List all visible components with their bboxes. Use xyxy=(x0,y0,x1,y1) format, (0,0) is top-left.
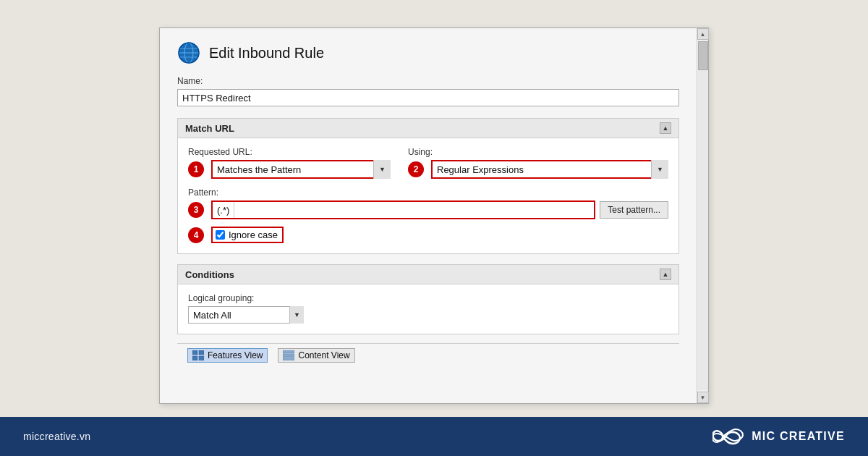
name-label: Name: xyxy=(177,76,679,86)
scrollbar-down-btn[interactable]: ▼ xyxy=(697,392,709,403)
features-view-icon xyxy=(192,350,204,360)
requested-url-label: Requested URL: xyxy=(188,147,391,157)
brand-logo: MIC CREATIVE xyxy=(712,426,845,447)
name-field-container: Name: xyxy=(177,76,679,106)
scrollbar-up-btn[interactable]: ▲ xyxy=(697,28,709,40)
using-label: Using: xyxy=(408,147,668,157)
scrollbar-thumb[interactable] xyxy=(698,41,708,70)
window-inner: Edit Inbound Rule Name: Match URL ▲ xyxy=(160,28,697,403)
svg-rect-10 xyxy=(283,350,294,353)
requested-url-select-wrapper: Matches the Pattern Does Not Match the P… xyxy=(211,160,391,179)
requested-url-select[interactable]: Matches the Pattern Does Not Match the P… xyxy=(211,160,391,179)
pattern-container: Pattern: 3 (.*) Test pattern... xyxy=(188,187,668,219)
scrollbar-track xyxy=(698,41,708,390)
match-url-section: Match URL ▲ Requested URL: 1 xyxy=(177,118,679,254)
ignore-case-wrapper: Ignore case xyxy=(211,227,284,243)
name-input[interactable] xyxy=(177,89,679,106)
match-url-section-header: Match URL ▲ xyxy=(178,119,678,138)
conditions-body: Logical grouping: Match All Match Any ▼ xyxy=(178,284,678,334)
requested-url-col: Requested URL: 1 Matches the Pattern Doe… xyxy=(188,147,391,179)
using-select-wrapper: Regular Expressions Wildcards Exact Matc… xyxy=(431,160,668,179)
ignore-case-checkbox[interactable] xyxy=(216,230,225,240)
brand-company-name: MIC CREATIVE xyxy=(752,430,845,443)
svg-rect-8 xyxy=(192,356,197,360)
features-view-label: Features View xyxy=(208,350,263,360)
window: Edit Inbound Rule Name: Match URL ▲ xyxy=(159,28,709,404)
logical-grouping-label: Logical grouping: xyxy=(188,293,668,303)
svg-rect-12 xyxy=(283,358,294,360)
step4-badge: 4 xyxy=(188,227,204,243)
step3-badge: 3 xyxy=(188,202,204,218)
conditions-section-header: Conditions ▲ xyxy=(178,265,678,284)
ignore-case-container: 4 Ignore case xyxy=(188,227,668,243)
svg-rect-11 xyxy=(283,354,294,357)
brand-url: miccreative.vn xyxy=(23,431,90,442)
ignore-case-label[interactable]: Ignore case xyxy=(229,229,278,240)
conditions-section: Conditions ▲ Logical grouping: Match All… xyxy=(177,264,679,334)
requested-using-row: Requested URL: 1 Matches the Pattern Doe… xyxy=(188,147,668,179)
brand-bar: miccreative.vn MIC CREATIVE xyxy=(0,417,868,456)
conditions-title: Conditions xyxy=(185,269,234,280)
logical-grouping-wrapper: Match All Match Any ▼ xyxy=(188,306,304,324)
main-content: Edit Inbound Rule Name: Match URL ▲ xyxy=(0,0,868,417)
content-view-label: Content View xyxy=(298,350,349,360)
logical-grouping-select[interactable]: Match All Match Any xyxy=(188,306,304,324)
brand-logo-icon xyxy=(712,426,744,447)
content-view-btn[interactable]: Content View xyxy=(278,348,354,363)
bottom-bar: Features View Content View xyxy=(177,343,679,367)
step1-badge: 1 xyxy=(188,161,204,177)
spacer xyxy=(177,334,679,343)
features-view-btn[interactable]: Features View xyxy=(187,348,268,363)
pattern-label: Pattern: xyxy=(188,187,668,198)
test-pattern-button[interactable]: Test pattern... xyxy=(600,201,668,219)
mic-creative-logo-svg xyxy=(712,426,744,447)
conditions-collapse-btn[interactable]: ▲ xyxy=(660,269,671,280)
using-col: Using: 2 Regular Expressions Wildcards E… xyxy=(408,147,668,179)
match-url-title: Match URL xyxy=(185,123,234,134)
pattern-input-combined: (.*) xyxy=(211,200,595,219)
page-title: Edit Inbound Rule xyxy=(209,45,324,62)
pattern-main-input[interactable] xyxy=(234,202,594,218)
match-url-collapse-btn[interactable]: ▲ xyxy=(660,122,671,134)
window-body: Edit Inbound Rule Name: Match URL ▲ xyxy=(160,28,708,403)
svg-rect-7 xyxy=(199,350,204,355)
svg-rect-6 xyxy=(192,350,197,355)
content-view-icon xyxy=(283,350,294,360)
globe-icon xyxy=(177,41,200,64)
svg-rect-9 xyxy=(199,356,204,360)
scrollbar: ▲ ▼ xyxy=(697,28,708,403)
pattern-value-display: (.*) xyxy=(213,202,234,218)
step2-badge: 2 xyxy=(408,161,424,177)
using-select[interactable]: Regular Expressions Wildcards Exact Matc… xyxy=(431,160,668,179)
page-header: Edit Inbound Rule xyxy=(177,41,679,64)
match-url-body: Requested URL: 1 Matches the Pattern Doe… xyxy=(178,138,678,253)
